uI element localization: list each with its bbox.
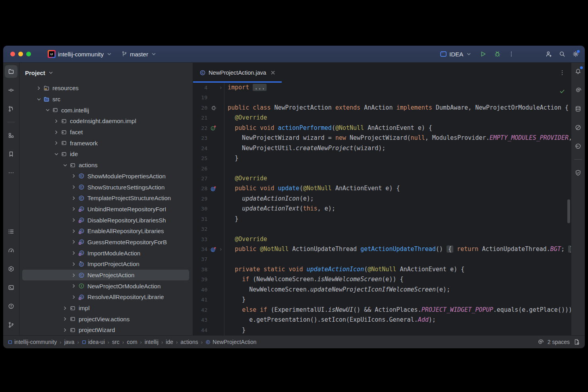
- code-line-32[interactable]: 32: [193, 224, 571, 234]
- code-line-29[interactable]: 29 updateActionIcon(e);: [193, 194, 571, 204]
- indent-widget[interactable]: 2 spaces: [547, 339, 570, 345]
- breadcrumb-idea-ui[interactable]: idea-ui: [82, 339, 105, 345]
- code-line-34[interactable]: 34 public @NotNull ActionUpdateThread ge…: [193, 244, 571, 254]
- tree-item-framework[interactable]: framework: [22, 137, 189, 149]
- chevron-right-icon[interactable]: [70, 250, 78, 256]
- code-line-44[interactable]: 44 }: [193, 325, 571, 335]
- database-icon[interactable]: [572, 102, 584, 115]
- learn-shield-icon[interactable]: [572, 166, 584, 179]
- overridden-gutter-icon[interactable]: [209, 103, 218, 113]
- chevron-right-icon[interactable]: [52, 118, 60, 124]
- chevron-right-icon[interactable]: [70, 272, 78, 278]
- tree-item-templateprojectstructureaction[interactable]: CTemplateProjectStructureAction: [22, 193, 189, 204]
- zoom-window-button[interactable]: [26, 52, 31, 56]
- search-everywhere-button[interactable]: [556, 49, 568, 59]
- tree-item-showmodulepropertiesaction[interactable]: CShowModulePropertiesAction: [22, 171, 189, 182]
- branch-widget[interactable]: master: [121, 51, 157, 58]
- code-line-4[interactable]: 4import ...: [193, 83, 571, 93]
- editor-options-button[interactable]: [559, 70, 565, 76]
- tree-item-importmoduleaction[interactable]: CImportModuleAction: [22, 247, 189, 259]
- tree-item-impl[interactable]: impl: [22, 303, 189, 314]
- code-line-26[interactable]: 26: [193, 164, 571, 174]
- ai-assistant-icon[interactable]: [572, 84, 584, 97]
- close-tab-icon[interactable]: [270, 70, 276, 76]
- tab-newprojectaction-java[interactable]: C NewProjectAction.java: [193, 63, 282, 83]
- version-control-tool-icon[interactable]: [5, 319, 17, 331]
- more-actions-button[interactable]: [505, 49, 517, 59]
- code-with-me-button[interactable]: [543, 49, 555, 59]
- breadcrumb-com[interactable]: com: [127, 339, 137, 345]
- project-tool-icon[interactable]: [5, 65, 17, 78]
- code-line-20[interactable]: 20public class NewProjectAction extends …: [193, 103, 571, 113]
- code-line-22[interactable]: 22I public void actionPerformed(@NotNull…: [193, 123, 571, 133]
- editor-scrollbar[interactable]: [567, 199, 570, 223]
- fold-chevron-icon[interactable]: [218, 244, 224, 254]
- run-configuration-widget[interactable]: IDEA: [437, 49, 475, 59]
- overrides-gutter-icon[interactable]: [209, 183, 218, 193]
- chevron-down-icon[interactable]: [61, 162, 69, 168]
- minimize-window-button[interactable]: [18, 52, 23, 56]
- chevron-right-icon[interactable]: [70, 283, 78, 289]
- implements-gutter-icon[interactable]: I: [209, 123, 218, 133]
- tree-item-importprojectaction[interactable]: CImportProjectAction: [22, 259, 189, 270]
- chevron-down-icon[interactable]: [35, 96, 43, 102]
- profiler-tool-icon[interactable]: [5, 244, 17, 257]
- services-tool-icon[interactable]: [5, 263, 17, 275]
- chevron-right-icon[interactable]: [70, 217, 78, 223]
- chevron-right-icon[interactable]: [61, 305, 69, 311]
- inspections-passed-icon[interactable]: [559, 88, 565, 95]
- debug-button[interactable]: [491, 48, 504, 60]
- pull-requests-tool-icon[interactable]: [5, 102, 17, 115]
- code-line-43[interactable]: 43 e.getPresentation().setIcon(ExpUiIcon…: [193, 315, 571, 325]
- tree-item-newprojectaction[interactable]: CNewProjectAction: [22, 270, 189, 281]
- chevron-right-icon[interactable]: [70, 239, 78, 245]
- code-line-23[interactable]: 23 NewProjectWizard wizard = new NewProj…: [193, 133, 571, 143]
- tree-item-resolveallrepositorylibrarie[interactable]: CResolveAllRepositoryLibrarie: [22, 292, 189, 303]
- fold-chevron-icon[interactable]: [218, 83, 224, 93]
- code-line-28[interactable]: 28 public void update(@NotNull AnActionE…: [193, 183, 571, 193]
- project-widget[interactable]: IJ intellij-community: [48, 50, 112, 58]
- breadcrumb-ide[interactable]: ide: [166, 339, 173, 345]
- tree-item-com-intellij[interactable]: com.intellij: [22, 104, 189, 116]
- code-line-42[interactable]: 42 else if (ExperimentalUI.isNewUI() && …: [193, 305, 571, 315]
- code-line-21[interactable]: 21 @Override: [193, 113, 571, 123]
- code-line-41[interactable]: 41 }: [193, 295, 571, 305]
- tree-item-codeinsight-daemon-impl[interactable]: codeInsight.daemon.impl: [22, 116, 189, 127]
- breadcrumb-src[interactable]: src: [112, 339, 120, 345]
- tree-item-src[interactable]: src: [22, 94, 189, 105]
- more-tools-icon[interactable]: [5, 166, 17, 179]
- close-window-button[interactable]: [10, 52, 15, 56]
- project-panel-header[interactable]: Project: [19, 63, 193, 83]
- code-line-40[interactable]: 40 NewWelcomeScreen.updateNewProjectIcon…: [193, 285, 571, 295]
- file-settings-icon[interactable]: [574, 339, 580, 345]
- tree-item-unbindremoterepositoryfori[interactable]: CUnbindRemoteRepositoryForI: [22, 204, 189, 215]
- chevron-right-icon[interactable]: [70, 294, 78, 300]
- breadcrumb-java[interactable]: java: [64, 339, 75, 345]
- code-line-25[interactable]: 25 }: [193, 153, 571, 163]
- chevron-right-icon[interactable]: [52, 140, 60, 146]
- chevron-right-icon[interactable]: [52, 129, 60, 135]
- breadcrumb-newprojectaction[interactable]: CNewProjectAction: [205, 339, 257, 345]
- code-line-19[interactable]: 19: [193, 93, 571, 102]
- todo-tool-icon[interactable]: [5, 225, 17, 238]
- tree-item-resources[interactable]: resources: [22, 83, 189, 94]
- tree-item-enableallrepositorylibraries[interactable]: CEnableAllRepositoryLibraries: [22, 226, 189, 237]
- code-line-33[interactable]: 33 @Override: [193, 234, 571, 244]
- chevron-right-icon[interactable]: [61, 316, 69, 322]
- breadcrumb-intellij[interactable]: intellij: [145, 339, 159, 345]
- chevron-right-icon[interactable]: [70, 173, 78, 179]
- code-line-37[interactable]: 37: [193, 254, 571, 264]
- chevron-down-icon[interactable]: [44, 107, 52, 113]
- tree-item-facet[interactable]: facet: [22, 127, 189, 138]
- code-line-31[interactable]: 31 }: [193, 214, 571, 224]
- tree-item-showstructuresettingsaction[interactable]: CShowStructureSettingsAction: [22, 182, 189, 193]
- code-line-39[interactable]: 39 if (NewWelcomeScreen.isNewWelcomeScre…: [193, 274, 571, 284]
- structure-tool-icon[interactable]: [5, 129, 17, 142]
- tree-item-disablerepositorylibrariessh[interactable]: CDisableRepositoryLibrariesSh: [22, 214, 189, 226]
- problems-tool-icon[interactable]: [5, 300, 17, 313]
- code-line-27[interactable]: 27 @Override: [193, 174, 571, 183]
- chevron-right-icon[interactable]: [70, 195, 78, 201]
- chevron-down-icon[interactable]: [52, 151, 60, 157]
- code-line-24[interactable]: 24 NewProjectUtil.createNewProject(wizar…: [193, 143, 571, 153]
- commit-tool-icon[interactable]: [5, 84, 17, 97]
